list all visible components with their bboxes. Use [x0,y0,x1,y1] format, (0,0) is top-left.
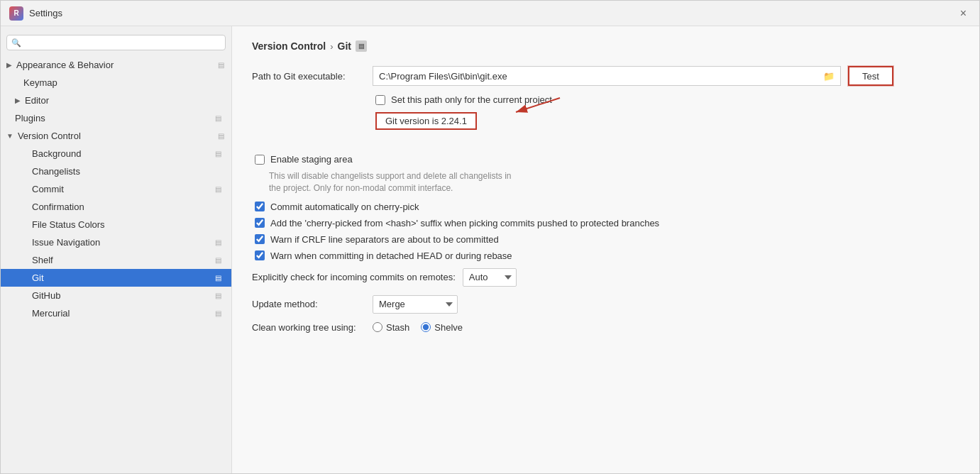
sidebar-label-confirmation: Confirmation [32,202,84,212]
path-input-wrap: 📁 [373,66,841,86]
sidebar-label-changelists: Changelists [32,166,80,177]
breadcrumb-part1: Version Control [252,40,326,52]
chevron-right-icon-editor: ▶ [15,97,21,104]
settings-panel: Version Control › Git ▤ Path to Git exec… [232,26,979,473]
detached-head-row: Warn when committing in detached HEAD or… [255,250,959,261]
clean-tree-label: Clean working tree using: [252,322,365,333]
window-title: Settings [29,8,62,18]
crlf-row: Warn if CRLF line separators are about t… [255,234,959,245]
incoming-row: Explicitly check for incoming commits on… [252,268,959,287]
search-input[interactable] [24,38,221,48]
sidebar-label-mercurial: Mercurial [32,308,70,319]
crlf-checkbox[interactable] [255,234,265,244]
chevron-right-icon: ▶ [6,61,12,69]
sidebar-label-github: GitHub [32,290,60,301]
browse-button[interactable]: 📁 [817,66,841,86]
sidebar-item-mercurial[interactable]: Mercurial ▤ [1,304,231,322]
close-button[interactable]: × [956,6,971,21]
titlebar-left: R Settings [9,6,62,21]
sidebar-label-background: Background [32,148,81,159]
set-path-checkbox[interactable] [375,95,385,105]
clean-tree-row: Clean working tree using: Stash Shelve [252,322,959,333]
breadcrumb-part2: Git [338,40,351,52]
sidebar-label-plugins: Plugins [15,113,45,123]
sidebar-item-git[interactable]: Git ▤ [1,269,231,287]
shelve-option: Shelve [421,322,463,333]
sidebar-item-github[interactable]: GitHub ▤ [1,287,231,304]
sidebar-item-keymap[interactable]: Keymap [1,74,231,92]
sidebar-label-version-control: Version Control [18,131,81,141]
sidebar-label-file-status-colors: File Status Colors [32,219,105,230]
shelve-label: Shelve [434,322,463,333]
stash-option: Stash [373,322,409,333]
update-method-row: Update method: Merge Rebase Branch Defau… [252,295,959,314]
search-icon: 🔍 [11,38,21,48]
folder-icon: 📁 [823,71,835,82]
sidebar-item-version-control[interactable]: ▼ Version Control ▤ [1,127,231,145]
detached-head-label: Warn when committing in detached HEAD or… [270,250,512,261]
app-icon: R [9,6,23,21]
sidebar-item-background[interactable]: Background ▤ [1,145,231,162]
sidebar-label-git: Git [32,272,44,283]
sidebar-item-confirmation[interactable]: Confirmation [1,198,231,216]
stash-label: Stash [386,322,409,333]
path-input[interactable] [373,66,817,86]
chevron-down-icon: ▼ [6,132,13,140]
sidebar-item-shelf[interactable]: Shelf ▤ [1,251,231,269]
stash-radio[interactable] [373,322,382,332]
sidebar-item-commit[interactable]: Commit ▤ [1,180,231,198]
main-content: 🔍 ▶ Appearance & Behavior ▤ Keymap ▶ Edi… [1,26,979,473]
enable-staging-checkbox[interactable] [255,155,265,165]
clean-tree-radio-group: Stash Shelve [373,322,463,333]
enable-staging-label: Enable staging area [270,154,353,165]
menu-icon-github: ▤ [213,291,223,301]
menu-icon-shelf: ▤ [213,255,223,265]
path-row: Path to Git executable: 📁 Test [252,66,959,86]
update-method-label: Update method: [252,299,365,309]
sidebar-item-appearance[interactable]: ▶ Appearance & Behavior ▤ [1,56,231,74]
test-button[interactable]: Test [848,66,893,86]
menu-icon-appearance: ▤ [216,60,226,70]
settings-window: R Settings × 🔍 ▶ Appearance & Behavior ▤… [0,0,980,474]
cherry-picked-suffix-checkbox[interactable] [255,218,265,228]
enable-staging-sublabel: This will disable changelists support an… [269,170,959,194]
menu-icon-mercurial: ▤ [213,309,223,319]
menu-icon-issue: ▤ [213,238,223,248]
sidebar-label-shelf: Shelf [32,255,53,265]
sidebar-label-editor: Editor [25,95,49,106]
shelve-radio[interactable] [421,322,431,332]
menu-icon-vc: ▤ [216,131,226,141]
sidebar-label-commit: Commit [32,184,64,194]
git-version-text: Git version is 2.24.1 [385,116,467,126]
sidebar-item-issue-navigation[interactable]: Issue Navigation ▤ [1,233,231,251]
menu-icon-git: ▤ [213,273,223,283]
sidebar: 🔍 ▶ Appearance & Behavior ▤ Keymap ▶ Edi… [1,26,232,473]
incoming-select[interactable]: Auto Always Never [463,268,517,287]
git-version-wrap: Git version is 2.24.1 [375,112,959,141]
breadcrumb: Version Control › Git ▤ [252,40,959,52]
sidebar-label-keymap: Keymap [23,77,57,88]
breadcrumb-separator: › [330,41,333,52]
cherry-pick-checkbox[interactable] [255,202,265,211]
menu-icon-plugins: ▤ [213,114,223,123]
incoming-label: Explicitly check for incoming commits on… [252,272,456,282]
set-path-row: Set this path only for the current proje… [375,94,959,105]
sidebar-item-editor[interactable]: ▶ Editor [1,92,231,109]
menu-icon-commit: ▤ [213,184,223,194]
crlf-label: Warn if CRLF line separators are about t… [270,234,499,245]
sidebar-item-file-status-colors[interactable]: File Status Colors [1,216,231,233]
enable-staging-row: Enable staging area [255,154,959,165]
update-method-select[interactable]: Merge Rebase Branch Default [373,295,458,314]
menu-icon-background: ▤ [213,149,223,159]
detached-head-checkbox[interactable] [255,250,265,260]
breadcrumb-icon: ▤ [356,40,367,52]
sidebar-label-issue-navigation: Issue Navigation [32,237,100,248]
git-version-box: Git version is 2.24.1 [375,112,477,130]
cherry-pick-label: Commit automatically on cherry-pick [270,202,419,212]
cherry-picked-suffix-row: Add the 'cherry-picked from <hash>' suff… [255,218,959,228]
sidebar-item-changelists[interactable]: Changelists [1,162,231,180]
cherry-pick-row: Commit automatically on cherry-pick [255,202,959,212]
sidebar-item-plugins[interactable]: Plugins ▤ [1,109,231,127]
search-box[interactable]: 🔍 [6,35,226,50]
set-path-label: Set this path only for the current proje… [391,94,552,105]
